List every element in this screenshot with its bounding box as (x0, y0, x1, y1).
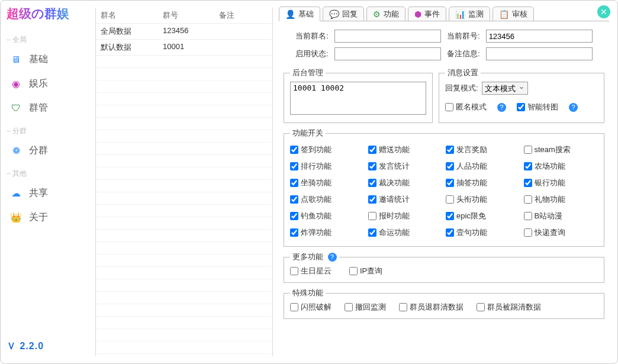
msg-legend: 消息设置 (445, 67, 481, 78)
col-name[interactable]: 群名 (96, 8, 158, 24)
checkbox-IP查询[interactable]: IP查询 (349, 266, 382, 276)
group-name-label: 当前群名: (295, 31, 329, 41)
clipboard-icon: 📋 (499, 9, 509, 19)
checkbox-排行功能[interactable]: 排行功能 (290, 161, 365, 172)
checkbox-撤回监测[interactable]: 撤回监测 (345, 302, 386, 313)
group-number-input[interactable] (486, 30, 593, 43)
help-icon[interactable]: ? (328, 253, 337, 262)
table-row-empty (96, 242, 272, 255)
nav-group-global: 全局 (7, 35, 89, 45)
checkbox-steam搜索[interactable]: steam搜索 (524, 144, 598, 155)
checkbox-礼物功能[interactable]: 礼物功能 (524, 194, 598, 205)
target-icon: ◉ (10, 79, 22, 89)
sidebar-item-basic[interactable]: 🖥 基础 (7, 47, 89, 72)
table-row-empty (96, 267, 272, 279)
function-switch-fieldset: 功能开关 签到功能赠送功能发言奖励steam搜索排行功能发言统计人品功能农场功能… (284, 128, 604, 247)
sidebar-item-label: 群管 (29, 102, 48, 114)
cube-icon: ⬢ (414, 9, 421, 19)
table-row-empty (96, 118, 272, 130)
checkbox-闪照破解[interactable]: 闪照破解 (290, 302, 331, 313)
table-row-empty (96, 143, 272, 155)
tab-bar: 👤基础💬回复⚙功能⬢事件📊监测📋审核 (279, 7, 609, 21)
tab-功能[interactable]: ⚙功能 (366, 7, 405, 21)
table-row-empty (96, 329, 272, 342)
person-icon: 👤 (285, 9, 295, 19)
checkbox-B站动漫[interactable]: B站动漫 (524, 211, 598, 221)
sidebar-item-label: 共享 (29, 187, 48, 199)
backend-legend: 后台管理 (290, 67, 326, 78)
backend-text[interactable]: 10001 10002 (290, 82, 426, 115)
checkbox-炸弹功能[interactable]: 炸弹功能 (290, 227, 365, 238)
checkbox-银行功能[interactable]: 银行功能 (524, 178, 598, 188)
tab-监测[interactable]: 📊监测 (449, 7, 490, 21)
table-row-empty (96, 56, 272, 68)
checkbox-坐骑功能[interactable]: 坐骑功能 (290, 178, 365, 188)
chart-icon: 📊 (455, 9, 465, 19)
group-name-input[interactable] (334, 30, 441, 43)
table-row-empty (96, 255, 272, 267)
version-label: Ｖ 2.2.0 (7, 333, 89, 360)
checkbox-壹句功能[interactable]: 壹句功能 (446, 227, 520, 238)
close-button[interactable]: ✕ (597, 5, 610, 18)
table-row-empty (96, 167, 272, 180)
table-row-empty (96, 292, 272, 304)
checkbox-赠送功能[interactable]: 赠送功能 (368, 144, 443, 155)
reply-mode-select[interactable]: 文本模式 (482, 82, 528, 95)
tab-审核[interactable]: 📋审核 (493, 7, 534, 21)
app-logo: 超级の群娱 (7, 5, 89, 22)
checkbox-发言奖励[interactable]: 发言奖励 (446, 144, 520, 155)
help-icon[interactable]: ? (569, 103, 578, 112)
checkbox-人品功能[interactable]: 人品功能 (446, 161, 520, 172)
col-number[interactable]: 群号 (158, 8, 214, 24)
checkbox-邀请统计[interactable]: 邀请统计 (368, 194, 443, 205)
group-table: 群名 群号 备注 全局数据123456默认数据10001 (95, 8, 273, 356)
checkbox-抽签功能[interactable]: 抽签功能 (446, 178, 520, 188)
more-function-fieldset: 更多功能 ? 生日星云IP查询 (284, 252, 604, 283)
checkbox-点歌功能[interactable]: 点歌功能 (290, 194, 365, 205)
func-legend: 功能开关 (290, 128, 326, 138)
checkbox-签到功能[interactable]: 签到功能 (290, 144, 365, 155)
sidebar-item-label: 娱乐 (29, 78, 48, 90)
checkbox-epic限免[interactable]: epic限免 (446, 211, 520, 221)
more-legend: 更多功能 ? (290, 252, 339, 262)
checkbox-快递查询[interactable]: 快递查询 (524, 227, 598, 238)
tab-事件[interactable]: ⬢事件 (408, 7, 446, 21)
enable-state-input[interactable] (334, 47, 441, 60)
checkbox-报时功能[interactable]: 报时功能 (368, 211, 443, 221)
nav-group-split: 分群 (7, 126, 89, 136)
checkbox-群员被踢清数据[interactable]: 群员被踢清数据 (477, 302, 541, 313)
shield-icon: 🛡 (10, 104, 22, 113)
chat-icon: 💬 (329, 9, 339, 19)
remark-input[interactable] (486, 47, 593, 60)
sidebar-item-group-manage[interactable]: 🛡 群管 (7, 96, 89, 120)
checkbox-头衔功能[interactable]: 头衔功能 (446, 194, 520, 205)
anon-mode-checkbox[interactable]: 匿名模式 (445, 102, 487, 112)
table-row-empty (96, 304, 272, 317)
help-icon[interactable]: ? (497, 103, 506, 112)
checkbox-发言统计[interactable]: 发言统计 (368, 161, 443, 172)
checkbox-裁决功能[interactable]: 裁决功能 (368, 178, 443, 188)
checkbox-生日星云[interactable]: 生日星云 (290, 266, 331, 276)
table-row-empty (96, 68, 272, 80)
tab-基础[interactable]: 👤基础 (279, 7, 320, 21)
sidebar-item-entertainment[interactable]: ◉ 娱乐 (7, 72, 89, 96)
sidebar-item-about[interactable]: 👑 关于 (7, 205, 89, 230)
table-row-empty (96, 180, 272, 192)
sidebar-item-split-group[interactable]: ❁ 分群 (7, 138, 89, 163)
table-row[interactable]: 默认数据10001 (96, 40, 272, 56)
tab-回复[interactable]: 💬回复 (323, 7, 364, 21)
smart-img-checkbox[interactable]: 智能转图 (517, 102, 558, 112)
checkbox-钓鱼功能[interactable]: 钓鱼功能 (290, 211, 365, 221)
checkbox-群员退群清数据[interactable]: 群员退群清数据 (399, 302, 464, 313)
checkbox-命运功能[interactable]: 命运功能 (368, 227, 443, 238)
current-group-form: 当前群名: 当前群号: 启用状态: 备注信息: (279, 21, 609, 64)
table-row-empty (96, 93, 272, 105)
group-number-label: 当前群号: (447, 31, 480, 41)
table-row[interactable]: 全局数据123456 (96, 24, 272, 40)
close-icon: ✕ (600, 7, 607, 17)
checkbox-农场功能[interactable]: 农场功能 (524, 161, 598, 172)
table-row-empty (96, 205, 272, 217)
col-note[interactable]: 备注 (214, 8, 272, 24)
special-function-fieldset: 特殊功能 闪照破解撤回监测群员退群清数据群员被踢清数据 (284, 288, 604, 319)
sidebar-item-share[interactable]: ☁ 共享 (7, 181, 89, 205)
